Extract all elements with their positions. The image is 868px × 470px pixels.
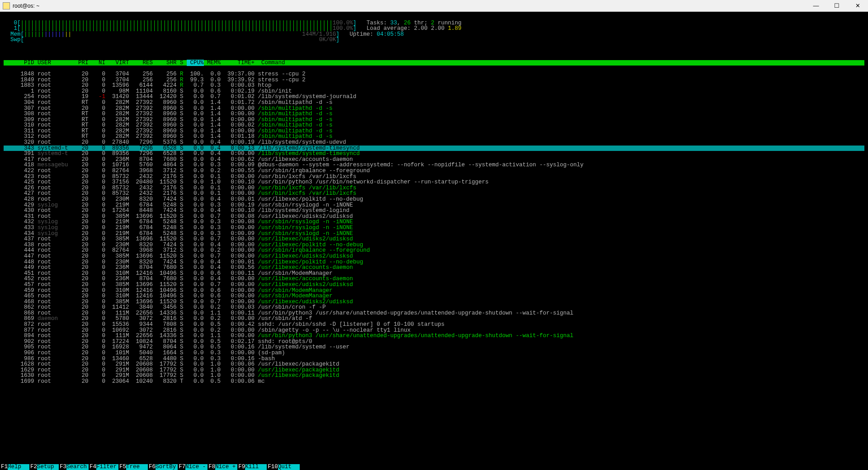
fnkey-F2[interactable]: F2 [29,464,37,470]
process-row[interactable]: 425 root 20 0 37156 20480 11520 S 0.0 1.… [4,179,864,185]
fnkey-F8[interactable]: F8 [208,464,215,470]
process-row[interactable]: 430 root 20 0 17264 8448 7424 S 0.0 0.4 … [4,208,864,214]
process-row[interactable]: 862 root 20 0 11412 3840 3456 S 0.0 0.2 … [4,305,864,310]
fnkey-F10[interactable]: F10 [267,464,278,470]
process-row[interactable]: 1883 root 20 0 13596 6144 4224 R 0.7 0.3… [4,83,864,89]
fnkey-F9[interactable]: F9 [237,464,245,470]
process-row[interactable]: 320 root 20 0 27840 7296 5376 S 0.0 0.4 … [4,140,864,146]
process-row[interactable]: 308 root RT 0 282M 27392 8960 S 0.0 1.4 … [4,111,864,117]
minimize-button[interactable]: — [806,0,826,12]
fnkey-F5[interactable]: F5 [118,464,126,470]
process-row[interactable]: 447 root 20 0 385M 13696 11520 S 0.0 0.7… [4,254,864,259]
process-row[interactable]: 1699 root 20 0 23064 10240 8320 T 0.0 0.… [4,379,864,385]
fnkey-F3[interactable]: F3 [59,464,66,470]
terminal-output[interactable]: 0[||||||||||||||||||||||||||||||||||||||… [0,12,868,470]
window-titlebar: root@os: ~ — ☐ ✕ [0,0,868,12]
process-row[interactable]: 872 root 20 0 15536 9344 7808 S 0.0 0.5 … [4,322,864,328]
function-key-bar[interactable]: F1HelpF2SetupF3SearchF4FilterF5TreeF6Sor… [0,464,868,470]
process-row[interactable]: 457 root 20 0 385M 13696 11520 S 0.0 0.7… [4,282,864,288]
process-row[interactable]: 304 root RT 0 282M 27392 8960 S 0.0 1.4 … [4,100,864,106]
maximize-button[interactable]: ☐ [826,0,847,12]
process-table[interactable]: 1848 root 20 0 3704 256 256 R 100. 0.0 3… [4,71,864,385]
process-row[interactable]: 1848 root 20 0 3704 256 256 R 100. 0.0 3… [4,71,864,77]
fnkey-F1[interactable]: F1 [0,464,8,470]
process-row[interactable]: 894 root 20 0 111M 22656 14336 S 0.0 1.1… [4,333,864,339]
window-title: root@os: ~ [13,3,39,9]
putty-icon [3,2,10,9]
process-row[interactable]: 391 systemd-t 20 0 89356 7296 6528 S 0.0… [4,151,864,157]
process-row[interactable]: 428 root 20 0 230M 8320 7424 S 0.0 0.4 0… [4,197,864,202]
process-row[interactable]: 437 root 20 0 385M 13696 11520 S 0.0 0.7… [4,236,864,242]
process-table-header[interactable]: PID USER PRI NI VIRT RES SHR S CPU% MEM%… [4,60,864,66]
close-button[interactable]: ✕ [847,0,868,12]
process-row[interactable]: 906 root 20 0 101M 5040 1664 S 0.0 0.3 0… [4,350,864,356]
process-row[interactable]: 310 root RT 0 282M 27392 8960 S 0.0 1.4 … [4,122,864,128]
process-row[interactable]: 449 root 20 0 236M 8704 7680 S 0.0 0.4 0… [4,265,864,271]
process-row[interactable]: 465 root 20 0 310M 12416 10496 S 0.0 0.6… [4,293,864,299]
fnkey-F6[interactable]: F6 [148,464,156,470]
process-row[interactable]: 422 root 20 0 82764 3968 3712 S 0.0 0.2 … [4,168,864,174]
process-row[interactable]: 433 syslog 20 0 219M 6784 5248 S 0.0 0.3… [4,225,864,231]
fnkey-F4[interactable]: F4 [89,464,96,470]
fnkey-F7[interactable]: F7 [178,464,185,470]
process-row[interactable]: 1628 root 20 0 291M 20608 17792 S 0.0 1.… [4,362,864,367]
